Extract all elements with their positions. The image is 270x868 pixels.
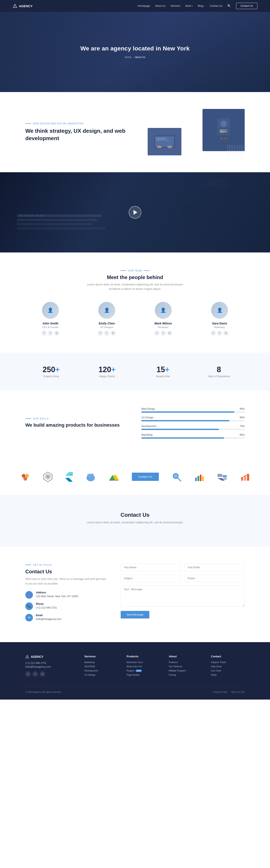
stat-label-3: Years of Experience xyxy=(193,375,245,378)
svg-rect-17 xyxy=(156,140,169,141)
nav-work[interactable]: Work xyxy=(185,4,193,7)
team-name-3: Sara Davis xyxy=(195,322,245,325)
stat-number-1: 120+ xyxy=(81,365,133,374)
nav-blog[interactable]: Blog xyxy=(198,4,205,7)
social-tw-1[interactable]: t xyxy=(104,331,109,336)
skill-label-1: UX Design 85% xyxy=(141,416,245,419)
skill-fill-1 xyxy=(141,420,229,421)
stats-grid: 250+ Projects Done 120+ Happy Clients 15… xyxy=(25,365,245,378)
svg-point-32 xyxy=(24,477,27,480)
footer-col-about: About Features Our Partners Affiliate Pr… xyxy=(169,655,203,678)
footer-link-helpdesk[interactable]: Help Desk xyxy=(211,665,222,668)
footer-link-affiliate[interactable]: Affiliate Program xyxy=(169,670,186,672)
phone-input[interactable] xyxy=(184,575,245,582)
svg-point-50 xyxy=(174,474,178,478)
skill-bar-1: UX Design 85% xyxy=(141,416,245,421)
social-fb-1[interactable]: f xyxy=(98,331,103,336)
search-icon[interactable]: 🔍 xyxy=(227,4,231,8)
breadcrumb-current: About Us xyxy=(135,56,145,59)
footer-phone: (+1) 212-946-2701 xyxy=(25,661,76,664)
laptop-illustration xyxy=(151,133,178,150)
team-social-0: f t in xyxy=(25,331,75,336)
contact-email-label: Email xyxy=(36,614,61,617)
skill-track-1 xyxy=(141,420,245,421)
svg-point-11 xyxy=(220,137,223,139)
flutter-icon xyxy=(65,472,73,482)
nav-services[interactable]: Services xyxy=(170,4,180,7)
footer-social-facebook[interactable]: f xyxy=(32,671,38,677)
footer-col-services-title: Services xyxy=(85,655,118,658)
team-title: Meet the people behind xyxy=(25,274,245,280)
subject-input[interactable] xyxy=(121,575,181,582)
social-li-1[interactable]: in xyxy=(110,331,115,336)
team-tag: Our Team xyxy=(25,269,245,272)
partner-toptal: Tt xyxy=(43,472,53,482)
skills-right: Web Design 90% UX Design 85% Development… xyxy=(141,407,245,442)
partner-flutter xyxy=(65,472,73,482)
stat-number-3: 8 xyxy=(193,365,245,374)
footer-terms-link[interactable]: Terms of Use xyxy=(231,691,245,693)
contact-info: Get in Touch Contact Us We'd love to hea… xyxy=(25,564,108,625)
skill-label-2: Development 75% xyxy=(141,425,245,428)
footer-link-elementor[interactable]: Elementor Guru xyxy=(127,661,143,663)
breadcrumb-home[interactable]: Home xyxy=(125,56,131,59)
email-input[interactable] xyxy=(184,564,245,571)
footer: AGENCY (+1) 212-946-2701 hello@hasagency… xyxy=(0,642,270,700)
social-tw-3[interactable]: t xyxy=(217,331,222,336)
footer-link-features[interactable]: Features xyxy=(169,661,178,663)
wrecovery-icon xyxy=(86,472,96,482)
social-fb-3[interactable]: f xyxy=(211,331,216,336)
footer-link-support[interactable]: Support Ticket xyxy=(211,661,226,663)
play-button[interactable] xyxy=(129,206,141,219)
partners-cta-button[interactable]: Contact Us xyxy=(132,473,159,481)
team-avatar-2: 👤 xyxy=(155,302,172,319)
social-tw-0[interactable]: t xyxy=(48,331,53,336)
contact-phone-icon: 📞 xyxy=(25,602,33,610)
footer-link-uxdesign[interactable]: UX Design xyxy=(85,674,96,676)
hero-title: We are an agency located in New York xyxy=(80,45,190,52)
footer-link-seo[interactable]: SEO/SEM xyxy=(85,665,95,668)
svg-rect-24 xyxy=(19,214,23,217)
footer-contact-list: Support Ticket Help Desk Live Chat FAQs xyxy=(211,661,245,676)
nav-about[interactable]: About Us xyxy=(155,4,165,7)
social-li-0[interactable]: in xyxy=(54,331,59,336)
footer-col-products: Products Elementor Guru WooLentor Pro Pl… xyxy=(127,655,160,678)
footer-link-faqs[interactable]: FAQs xyxy=(211,674,217,676)
search-partner-icon xyxy=(171,472,181,482)
skills-left: Our Skills We build amazing products for… xyxy=(25,417,129,432)
team-name-2: Mark Wilson xyxy=(138,322,189,325)
skill-bar-2: Development 75% xyxy=(141,425,245,430)
nav-contact[interactable]: Contact Us xyxy=(210,4,222,7)
dots-top-right xyxy=(203,179,228,187)
form-submit-button[interactable]: Send Message xyxy=(121,611,149,619)
footer-link-woolentor[interactable]: WooLentor Pro xyxy=(127,665,142,668)
social-fb-2[interactable]: f xyxy=(155,331,160,336)
social-li-2[interactable]: in xyxy=(167,331,172,336)
nav-homepage[interactable]: Homepage xyxy=(138,4,150,7)
footer-social-instagram[interactable]: ◎ xyxy=(40,671,45,677)
footer-link-pricing[interactable]: Pricing xyxy=(169,674,176,676)
footer-privacy-link[interactable]: Privacy Policy xyxy=(213,691,228,693)
footer-link-partners[interactable]: Our Partners xyxy=(169,665,182,668)
contact-form-container: Send Message xyxy=(121,564,245,625)
message-textarea[interactable] xyxy=(121,586,245,607)
video-section xyxy=(0,172,270,252)
about-right xyxy=(141,109,245,155)
social-fb-0[interactable]: f xyxy=(41,331,46,336)
footer-link-marketing[interactable]: Marketing xyxy=(85,661,95,663)
social-tw-2[interactable]: t xyxy=(161,331,166,336)
stat-plus-1: + xyxy=(111,365,115,374)
nav-logo[interactable]: AGENCY xyxy=(13,4,32,8)
stat-plus-2: + xyxy=(165,365,169,374)
navbar-cta-button[interactable]: Contact Us xyxy=(236,3,257,9)
footer-social-twitter[interactable]: 𝕏 xyxy=(25,671,31,677)
footer-link-plugins[interactable]: Plugins xyxy=(127,670,134,672)
social-li-3[interactable]: in xyxy=(224,331,229,336)
footer-link-development[interactable]: Development xyxy=(85,670,98,672)
svg-rect-53 xyxy=(197,476,199,481)
footer-col-products-title: Products xyxy=(127,655,160,658)
name-input[interactable] xyxy=(121,564,181,571)
footer-link-pagebuilder[interactable]: Page Builder xyxy=(127,674,140,676)
svg-rect-62 xyxy=(247,474,249,480)
footer-link-livechat[interactable]: Live Chat xyxy=(211,670,221,672)
